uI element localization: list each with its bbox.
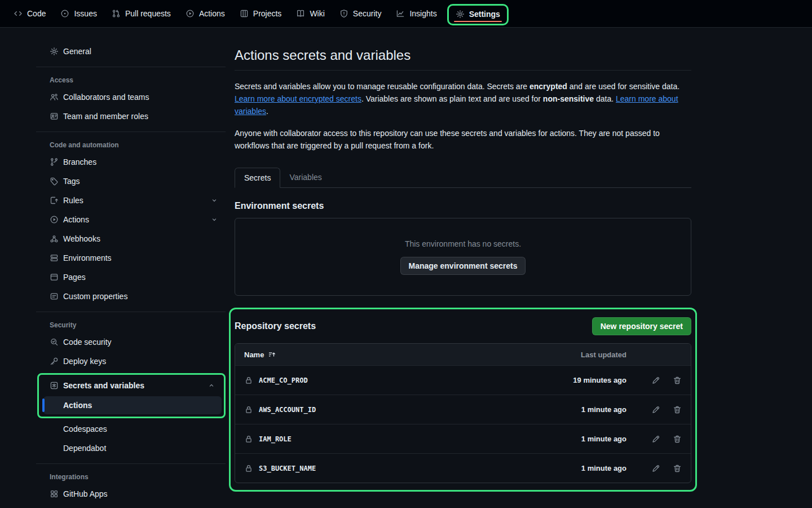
tab-secrets-active[interactable]: Secrets [235,168,280,188]
apps-grid-icon [50,489,59,498]
delete-trash-icon[interactable] [673,435,682,444]
tab-label: Insights [409,9,436,18]
sidebar-item-collaborators[interactable]: Collaborators and teams [36,87,226,107]
row-actions [651,435,682,444]
sidebar-item-label: Tags [63,177,80,186]
graph-icon [396,9,405,18]
sidebar-item-tags[interactable]: Tags [36,172,226,191]
edit-pencil-icon[interactable] [651,405,660,414]
last-updated-value: 19 minutes ago [573,376,626,384]
link-encrypted-secrets[interactable]: Learn more about encrypted secrets [235,94,361,103]
sidebar-item-secrets-and-variables[interactable]: Secrets and variables [39,376,223,395]
text-run: . Variables are shown as plain text and … [361,94,543,103]
intro-paragraph-2: Anyone with collaborator access to this … [235,127,691,152]
column-label: Name [244,351,264,359]
sidebar-item-label: Code security [63,338,112,347]
sidebar-item-code-security[interactable]: Code security [36,332,226,352]
lock-icon [244,435,253,444]
delete-trash-icon[interactable] [673,376,682,385]
text-run: Secrets and variables allow you to manag… [235,82,529,91]
secrets-variables-tabnav: Secrets Variables [235,168,691,188]
table-row: IAM_ROLE 1 minute ago [235,424,691,453]
text-run: . [266,107,268,116]
annotation-box-secrets-and-variables: Secrets and variables Actions [37,373,226,418]
repo-tab-bar: Code Issues Pull requests Actions Projec… [0,0,812,28]
sidebar-item-team-roles[interactable]: Team and member roles [36,107,226,126]
sidebar-item-label: Rules [63,196,83,205]
tab-wiki[interactable]: Wiki [292,5,329,23]
column-header-name[interactable]: Name [244,351,276,359]
page-title: Actions secrets and variables [235,46,691,64]
row-actions [651,464,682,473]
git-branch-icon [50,157,59,167]
sidebar-item-email-notifications[interactable]: Email notifications [36,503,226,508]
sidebar-divider [36,312,226,312]
environment-empty-message: This environment has no secrets. [405,239,521,248]
browser-icon [50,273,59,282]
sidebar-subitem-dependabot[interactable]: Dependabot [36,439,226,458]
intro-paragraph-1: Secrets and variables allow you to manag… [235,80,691,117]
annotation-box-settings-tab: Settings [447,4,509,25]
edit-pencil-icon[interactable] [651,464,660,473]
last-updated-value: 1 minute ago [581,405,626,414]
sidebar-item-general[interactable]: General [36,42,226,61]
sidebar-item-branches[interactable]: Branches [36,152,226,172]
edit-pencil-icon[interactable] [651,376,660,385]
tab-actions[interactable]: Actions [181,5,230,23]
id-badge-icon [50,112,59,121]
delete-trash-icon[interactable] [673,405,682,414]
delete-trash-icon[interactable] [673,464,682,473]
sidebar-section-security: Security [36,321,226,329]
sidebar-item-label: Deploy keys [63,357,106,366]
main-content: Actions secrets and variables Secrets an… [235,28,691,492]
table-row: S3_BUCKET_NAME 1 minute ago [235,453,691,483]
sidebar-item-webhooks[interactable]: Webhooks [36,229,226,248]
secret-name: AWS_ACCOUNT_ID [259,406,316,414]
people-icon [50,93,59,102]
chevron-down-icon [211,197,218,204]
tab-issues[interactable]: Issues [56,5,101,23]
github-settings-page: Code Issues Pull requests Actions Projec… [0,0,812,508]
sidebar-item-pages[interactable]: Pages [36,268,226,287]
tab-code[interactable]: Code [9,5,50,23]
sidebar-item-custom-properties[interactable]: Custom properties [36,287,226,306]
codescan-icon [50,338,59,347]
code-icon [14,9,23,18]
lock-icon [244,405,253,414]
tab-label: Issues [74,9,96,18]
book-icon [296,9,305,18]
sidebar-item-rules[interactable]: Rules [36,191,226,210]
sidebar-item-actions[interactable]: Actions [36,210,226,229]
sidebar-divider [36,132,226,132]
row-actions [651,405,682,414]
annotation-box-repository-secrets: Repository secrets New repository secret… [229,308,697,492]
last-updated-value: 1 minute ago [581,435,626,443]
sidebar-item-environments[interactable]: Environments [36,248,226,268]
sidebar-item-deploy-keys[interactable]: Deploy keys [36,352,226,371]
manage-environment-secrets-button[interactable]: Manage environment secrets [400,257,526,275]
sidebar-item-github-apps[interactable]: GitHub Apps [36,484,226,503]
sidebar-subitem-label[interactable]: Actions [43,396,222,414]
environment-secrets-heading: Environment secrets [235,201,691,211]
tab-security[interactable]: Security [335,5,386,23]
sidebar-item-label: Branches [63,157,96,167]
last-updated-value: 1 minute ago [581,464,626,472]
sidebar-subitem-actions-selected[interactable]: Actions [43,396,222,414]
play-circle-icon [186,9,195,18]
pull-request-icon [112,9,121,18]
secret-name: S3_BUCKET_NAME [259,465,316,472]
tab-projects[interactable]: Projects [235,5,286,23]
chevron-up-icon [208,382,215,389]
tab-insights[interactable]: Insights [391,5,441,23]
shield-icon [339,9,348,18]
secret-name: IAM_ROLE [259,435,292,443]
edit-pencil-icon[interactable] [651,435,660,444]
new-repository-secret-button[interactable]: New repository secret [592,317,691,335]
tab-pull-requests[interactable]: Pull requests [107,5,175,23]
sidebar-subitem-codespaces[interactable]: Codespaces [36,419,226,439]
tab-settings-active[interactable]: Settings [456,10,500,19]
tab-variables[interactable]: Variables [280,168,330,187]
table-header-row: Name Last updated [235,344,691,365]
settings-sidebar: General Access Collaborators and teams T… [36,41,226,508]
key-icon [50,357,59,366]
